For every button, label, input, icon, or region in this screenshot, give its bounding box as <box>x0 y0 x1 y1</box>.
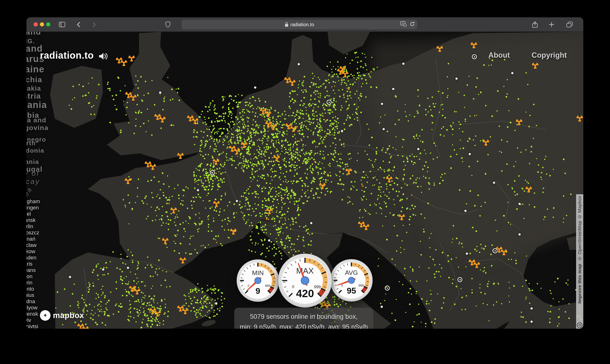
status-panel: 5079 sensors online in bounding box, min… <box>234 308 373 329</box>
city-label: Poznań <box>27 236 305 242</box>
city-marker <box>466 252 468 255</box>
minimize-window-button[interactable] <box>40 22 44 26</box>
attribution-strip: Improve this map © OpenStreetMap © Mapbo… <box>576 194 583 329</box>
city-marker <box>417 148 420 151</box>
city-marker <box>197 189 199 192</box>
capital-city-marker <box>472 54 477 59</box>
country-label: Portugal <box>27 165 305 173</box>
svg-text:999: 999 <box>265 284 270 287</box>
city-marker <box>464 210 467 212</box>
city-marker <box>381 306 383 308</box>
improve-this-map-link[interactable]: Improve this map <box>577 264 582 303</box>
city-marker <box>298 63 300 66</box>
city-marker <box>469 153 471 156</box>
city-marker <box>341 130 344 132</box>
city-marker <box>455 78 458 80</box>
nav-copyright[interactable]: Copyright <box>531 51 567 60</box>
forward-button[interactable] <box>90 20 99 29</box>
new-tab-icon[interactable] <box>547 20 556 29</box>
url-text: radiation.to <box>290 22 314 27</box>
reload-icon[interactable] <box>410 21 415 28</box>
tab-overview-icon[interactable] <box>565 20 574 29</box>
translate-icon[interactable]: A✦ <box>400 21 407 28</box>
city-marker <box>268 239 271 242</box>
city-marker <box>493 182 495 184</box>
svg-text:95: 95 <box>347 286 356 295</box>
capital-city-marker <box>210 170 215 175</box>
attribution-info-icon[interactable] <box>577 322 583 328</box>
country-label: Poland <box>27 43 305 54</box>
svg-text:999: 999 <box>358 284 364 287</box>
capital-city-marker <box>327 100 332 105</box>
svg-text:9: 9 <box>255 286 260 296</box>
city-marker <box>215 302 218 305</box>
city-marker <box>383 128 385 130</box>
browser-toolbar: radiation.to A✦ <box>27 17 583 32</box>
mapbox-logo[interactable]: ✦ mapbox <box>40 310 84 321</box>
city-marker <box>392 88 395 91</box>
city-label: Bydgoszcz <box>27 230 305 236</box>
share-icon[interactable] <box>531 20 539 29</box>
country-label: Serbia <box>27 111 305 120</box>
city-marker <box>402 63 405 65</box>
city-marker <box>518 233 521 236</box>
city-marker <box>127 267 129 269</box>
country-label: Slovakia <box>27 85 305 92</box>
country-label: Austria <box>27 91 305 101</box>
city-label: Nottingham <box>27 198 305 205</box>
city-marker <box>102 268 105 271</box>
capital-city-marker <box>385 286 390 291</box>
city-marker <box>310 222 313 224</box>
country-label: Montenegro <box>27 136 305 143</box>
svg-text:420: 420 <box>296 287 314 299</box>
sidebar-toggle-icon[interactable] <box>58 20 66 29</box>
city-marker <box>159 91 162 94</box>
country-label: Bosnia and Herzegovina <box>27 116 305 132</box>
address-bar[interactable]: radiation.to A✦ <box>182 20 417 29</box>
country-label: ENG. <box>27 38 305 45</box>
svg-text:0: 0 <box>248 284 249 287</box>
country-label: Ukraine <box>27 64 305 75</box>
city-marker <box>518 203 521 205</box>
city-label: Kiel <box>27 211 305 217</box>
city-marker <box>511 72 514 75</box>
country-label: Sea <box>27 32 189 329</box>
country-label: Czechia <box>27 75 305 84</box>
privacy-shield-icon[interactable] <box>164 20 172 29</box>
status-line2: min: 9 nSv/h, max: 420 nSv/h, avg: 95 nS… <box>234 322 373 329</box>
city-label: Wroclaw <box>27 242 305 248</box>
city-label: Krakow <box>27 248 305 255</box>
screen: radiation.to A✦ <box>0 0 610 364</box>
country-label: Bay of Biscay <box>27 169 305 186</box>
city-marker <box>236 200 238 202</box>
nav-about[interactable]: About <box>488 51 510 60</box>
radiation-map[interactable]: IrelandENG.PolandBelarusUkraineCzechiaSl… <box>27 32 583 329</box>
speaker-icon[interactable] <box>99 52 109 62</box>
country-label: Albania <box>27 158 305 166</box>
svg-text:MAX: MAX <box>296 266 314 275</box>
svg-text:999: 999 <box>314 285 321 289</box>
browser-window: radiation.to A✦ <box>27 17 583 329</box>
gauge-max: 0999MAX420 <box>275 251 335 310</box>
capital-city-marker <box>457 277 463 282</box>
svg-text:✦: ✦ <box>404 24 406 27</box>
zoom-window-button[interactable] <box>46 22 50 26</box>
svg-text:0: 0 <box>292 285 294 289</box>
gauge-min: 0999MIN9 <box>234 257 282 305</box>
lock-icon <box>285 22 288 27</box>
city-label: Groningen <box>27 205 305 211</box>
svg-text:MIN: MIN <box>252 269 264 276</box>
back-button[interactable] <box>74 20 83 29</box>
country-label: Romania <box>27 100 305 110</box>
close-window-button[interactable] <box>34 22 38 26</box>
status-line1: 5079 sensors online in bounding box, <box>234 312 373 322</box>
city-label: Gdansk <box>27 217 305 223</box>
city-marker <box>530 307 533 310</box>
svg-text:AVG: AVG <box>345 269 358 276</box>
osm-attribution-link[interactable]: © OpenStreetMap <box>577 221 582 261</box>
mapbox-attribution-link[interactable]: © Mapbox <box>577 196 582 219</box>
country-label: Belarus <box>27 54 305 64</box>
capital-city-marker <box>493 248 498 253</box>
city-marker <box>381 103 384 105</box>
city-marker <box>69 276 71 278</box>
